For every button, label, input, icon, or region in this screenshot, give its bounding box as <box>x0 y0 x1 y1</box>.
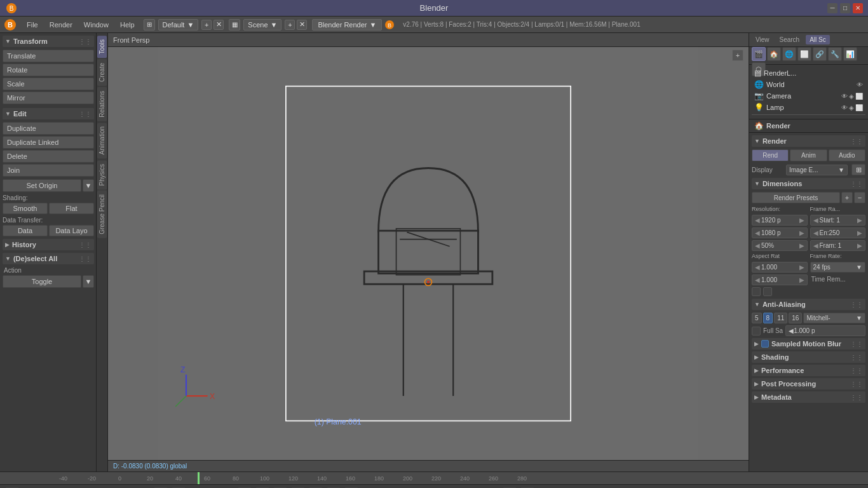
right-panel-scroll[interactable]: ▼ Render ⋮⋮ Rend Anim Audio Display Imag… <box>749 133 868 471</box>
tree-item-world[interactable]: 🌐 World 👁 <box>752 79 865 90</box>
smooth-button[interactable]: Smooth <box>3 203 48 214</box>
history-header[interactable]: ▶ History ⋮⋮ <box>3 239 94 250</box>
aa-num-11[interactable]: 11 <box>774 313 787 323</box>
render-tab-rend[interactable]: Rend <box>752 149 789 161</box>
data-layer-button[interactable]: Data Layo <box>49 225 94 236</box>
render-presets-remove-button[interactable]: − <box>854 192 865 203</box>
lamp-select-icon[interactable]: ◈ <box>849 104 854 111</box>
flat-button[interactable]: Flat <box>49 203 94 214</box>
scene-selector[interactable]: Scene ▼ <box>243 19 281 30</box>
layout-add-icon[interactable]: + <box>201 20 212 30</box>
rp-tab-search[interactable]: Search <box>776 35 804 44</box>
toggle-select-arrow[interactable]: ▼ <box>83 275 94 288</box>
shading-prop-section[interactable]: ▶ Shading ⋮⋮ <box>752 351 865 363</box>
aspect-x-field[interactable]: ◀ 1.000 ▶ <box>752 262 808 273</box>
duplicate-button[interactable]: Duplicate <box>3 122 94 135</box>
time-rem-check1[interactable] <box>752 287 761 296</box>
tab-grease-pencil[interactable]: Grease Pencil <box>97 191 107 238</box>
rp-icon-modifiers[interactable]: 🔧 <box>828 47 842 61</box>
render-engine-selector[interactable]: Blender Render ▼ <box>312 19 382 30</box>
camera-select-icon[interactable]: ◈ <box>849 93 854 100</box>
menu-file[interactable]: File <box>22 20 43 30</box>
tab-physics[interactable]: Physics <box>97 160 107 189</box>
maximize-button[interactable]: □ <box>840 3 850 13</box>
tab-relations[interactable]: Relations <box>97 87 107 121</box>
res-x-field[interactable]: ◀ 1920 p ▶ <box>752 215 808 226</box>
tab-tools[interactable]: Tools <box>97 36 107 58</box>
transform-header[interactable]: ▼ Transform ⋮⋮ <box>3 36 94 47</box>
aa-num-5[interactable]: 5 <box>752 313 762 323</box>
tab-create[interactable]: Create <box>97 59 107 86</box>
rp-tab-allsc[interactable]: All Sc <box>806 35 830 44</box>
aa-section-header[interactable]: ▼ Anti-Aliasing ⋮⋮ <box>752 299 865 310</box>
menu-render[interactable]: Render <box>44 20 78 30</box>
aa-num-8[interactable]: 8 <box>763 313 773 323</box>
display-value-button[interactable]: Image E... ▼ <box>786 165 848 175</box>
tree-item-renderl[interactable]: ▤ RenderL... <box>752 67 865 79</box>
toggle-select[interactable]: Toggle <box>3 275 81 288</box>
scene-add-icon[interactable]: + <box>285 20 295 30</box>
start-frame-field[interactable]: ◀ Start: 1 ▶ <box>810 215 866 226</box>
tree-item-lamp[interactable]: 💡 Lamp 👁 ◈ ⬜ <box>752 102 865 113</box>
duplicate-linked-button[interactable]: Duplicate Linked <box>3 136 94 149</box>
rp-tab-view[interactable]: View <box>752 35 773 44</box>
minimize-button[interactable]: ─ <box>827 3 837 13</box>
set-origin-button[interactable]: Set Origin <box>3 179 81 192</box>
render-tab-anim[interactable]: Anim <box>790 149 827 161</box>
sampled-motion-section[interactable]: ▶ Sampled Motion Błur ⋮⋮ <box>752 338 865 349</box>
render-presets-add-button[interactable]: + <box>841 192 853 203</box>
translate-button[interactable]: Translate <box>3 50 94 62</box>
layout-close-icon[interactable]: ✕ <box>214 20 224 30</box>
scale-button[interactable]: Scale <box>3 78 94 90</box>
render-presets-button[interactable]: Render Presets <box>752 192 840 203</box>
svg-text:-20: -20 <box>88 475 96 482</box>
res-y-field[interactable]: ◀ 1080 p ▶ <box>752 227 808 238</box>
camera-render-icon[interactable]: ⬜ <box>855 93 863 100</box>
fullsa-checkbox[interactable] <box>752 327 761 336</box>
rp-icon-scene[interactable]: 🏠 <box>767 47 781 61</box>
scene-close-icon[interactable]: ✕ <box>297 20 307 30</box>
close-button[interactable]: ✕ <box>853 3 863 13</box>
tree-item-camera[interactable]: 📷 Camera 👁 ◈ ⬜ <box>752 90 865 102</box>
data-button[interactable]: Data <box>3 225 48 236</box>
current-frame-field[interactable]: ◀ Fram: 1 ▶ <box>810 240 866 251</box>
fps-field[interactable]: 24 fps ▼ <box>810 262 866 273</box>
fullsa-value[interactable]: ◀ 1.000 p <box>785 325 865 336</box>
rp-icon-render[interactable]: 🎬 <box>752 47 766 61</box>
aa-num-16[interactable]: 16 <box>789 313 802 323</box>
display-extra-btn[interactable]: ⊞ <box>851 164 865 175</box>
end-frame-field[interactable]: ◀ En:250 ▶ <box>810 227 866 238</box>
tab-animation[interactable]: Animation <box>97 123 107 158</box>
edit-header[interactable]: ▼ Edit ⋮⋮ <box>3 108 94 119</box>
sampled-motion-check[interactable] <box>761 340 769 348</box>
viewport-add-button[interactable]: + <box>732 50 743 61</box>
menu-help[interactable]: Help <box>115 20 140 30</box>
rp-icon-data[interactable]: 📊 <box>843 47 857 61</box>
rp-icon-constraints[interactable]: 🔗 <box>813 47 827 61</box>
delete-button[interactable]: Delete <box>3 150 94 163</box>
rp-icon-object[interactable]: ⬜ <box>797 47 811 61</box>
lamp-eye-icon[interactable]: 👁 <box>841 104 848 111</box>
lamp-render-icon[interactable]: ⬜ <box>855 104 863 111</box>
camera-eye-icon[interactable]: 👁 <box>841 93 848 100</box>
rotate-button[interactable]: Rotate <box>3 64 94 76</box>
dimensions-header[interactable]: ▼ Dimensions ⋮⋮ <box>752 178 865 189</box>
render-tab-audio[interactable]: Audio <box>829 149 865 161</box>
layout-mode-selector[interactable]: Default ▼ <box>158 19 199 30</box>
render-section-header[interactable]: ▼ Render ⋮⋮ <box>752 135 865 147</box>
join-button[interactable]: Join <box>3 164 94 177</box>
metadata-section[interactable]: ▶ Metadata ⋮⋮ <box>752 391 865 403</box>
post-processing-section[interactable]: ▶ Post Processing ⋮⋮ <box>752 378 865 390</box>
world-eye-icon[interactable]: 👁 <box>857 81 863 88</box>
menu-window[interactable]: Window <box>79 20 114 30</box>
set-origin-arrow-button[interactable]: ▼ <box>83 179 94 192</box>
rp-icon-world[interactable]: 🌐 <box>782 47 796 61</box>
aspect-y-field[interactable]: ◀ 1.000 ▶ <box>752 274 808 285</box>
performance-section[interactable]: ▶ Performance ⋮⋮ <box>752 365 865 376</box>
time-rem-check2[interactable] <box>763 287 772 296</box>
mirror-button[interactable]: Mirror <box>3 92 94 104</box>
percent-field[interactable]: ◀ 50% ▶ <box>752 240 808 251</box>
aa-filter-button[interactable]: Mitchell- ▼ <box>803 313 865 323</box>
viewport[interactable]: Front Persp + <box>108 33 749 471</box>
deselect-header[interactable]: ▼ (De)select All ⋮⋮ <box>3 253 94 264</box>
